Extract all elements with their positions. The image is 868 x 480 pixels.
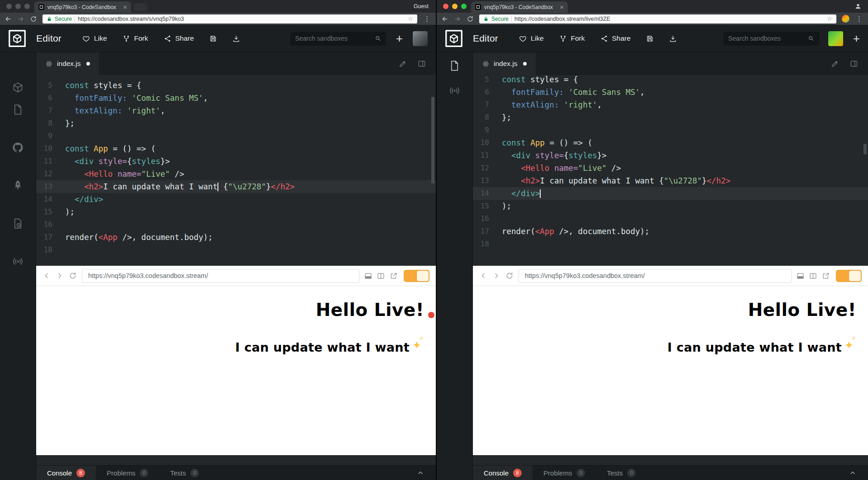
reload-button[interactable] [467,15,474,23]
close-window-icon[interactable] [443,4,448,9]
code-line-17[interactable]: 17render(<App />, document.body); [36,231,436,244]
code-line-18[interactable]: 18 [36,244,436,256]
window-controls[interactable] [440,4,471,9]
edit-pencil-icon[interactable] [399,60,407,68]
create-sandbox-button[interactable]: + [853,33,860,44]
preview-refresh-icon[interactable] [69,272,77,280]
search-input[interactable] [295,35,371,42]
fork-button[interactable]: Fork [123,34,148,42]
code-line-14[interactable]: 14 </div> [473,187,868,200]
share-button[interactable]: Share [164,34,194,42]
bookmark-star-icon[interactable]: ☆ [827,15,832,22]
preview-back-icon[interactable] [479,272,487,280]
preview-back-icon[interactable] [42,272,51,280]
code-line-9[interactable]: 9 [473,124,868,136]
edit-pencil-icon[interactable] [831,60,839,68]
code-line-8[interactable]: 8}; [473,111,868,124]
search-input[interactable] [728,35,804,42]
user-avatar[interactable] [828,31,843,46]
code-line-11[interactable]: 11 <div style={styles}> [473,149,868,162]
chrome-profile-avatar[interactable] [842,15,849,23]
preview-url-input[interactable] [519,269,792,283]
preview-url-input[interactable] [82,269,359,283]
problems-tab[interactable]: Problems 0 [533,466,596,480]
code-line-12[interactable]: 12 <Hello name="Live" /> [36,168,436,180]
save-button[interactable] [209,35,217,42]
code-line-6[interactable]: 6 fontFamily: 'Comic Sans MS', [473,86,868,99]
download-button[interactable] [669,35,677,42]
live-preview-toggle[interactable] [404,270,429,282]
file-explorer-icon[interactable] [12,104,24,116]
split-view-icon[interactable] [377,272,385,280]
preview-forward-icon[interactable] [56,272,64,280]
minimize-window-icon[interactable] [452,4,458,9]
code-line-8[interactable]: 8}; [36,117,436,130]
window-controls[interactable] [4,4,34,9]
back-button[interactable] [5,15,12,23]
code-line-15[interactable]: 15); [36,206,436,218]
code-area[interactable]: 5const styles = {6 fontFamily: 'Comic Sa… [473,75,868,266]
code-line-11[interactable]: 11 <div style={styles}> [36,155,436,168]
editor-scrollbar[interactable] [863,144,867,155]
close-window-icon[interactable] [6,4,12,9]
code-line-12[interactable]: 12 <Hello name="Live" /> [473,162,868,174]
browser-tab[interactable]: vnq5p79ko3 - CodeSandbox × [471,1,568,13]
code-line-15[interactable]: 15); [473,200,868,212]
browser-tab[interactable]: vnq5p79ko3 - CodeSandbox × [34,1,131,13]
code-line-6[interactable]: 6 fontFamily: 'Comic Sans MS', [36,92,436,104]
code-line-16[interactable]: 16 [473,212,868,225]
code-line-13[interactable]: 13 <h2>I can update what I want {"\u2728… [36,180,436,193]
forward-button[interactable] [454,15,461,23]
code-area[interactable]: 5const styles = {6 fontFamily: 'Comic Sa… [36,75,436,266]
code-line-10[interactable]: 10const App = () => ( [473,136,868,149]
search-sandboxes[interactable] [723,32,819,46]
tab-index-js[interactable]: index.js [473,52,536,75]
editor-scrollbar[interactable] [431,97,434,184]
code-line-9[interactable]: 9 [36,130,436,142]
save-button[interactable] [646,35,654,42]
deployment-rocket-icon[interactable] [12,179,24,192]
config-file-icon[interactable] [12,217,24,230]
live-broadcast-icon[interactable] [448,85,461,97]
fork-button[interactable]: Fork [559,34,585,42]
chrome-menu-icon[interactable]: ⋮ [855,15,863,23]
split-view-icon[interactable] [809,272,817,280]
download-button[interactable] [232,35,240,42]
minimize-window-icon[interactable] [15,4,21,9]
code-editor[interactable]: 5const styles = {6 fontFamily: 'Comic Sa… [473,75,868,250]
tab-index-js[interactable]: index.js [36,52,99,75]
address-bar[interactable]: Secure https://codesandbox.stream/s/vnq5… [42,14,417,24]
open-external-icon[interactable] [390,272,397,280]
tab-close-icon[interactable]: × [123,4,127,10]
codesandbox-logo[interactable] [445,29,463,47]
search-sandboxes[interactable] [290,32,386,46]
code-line-5[interactable]: 5const styles = { [36,79,436,92]
layout-view-icon[interactable] [850,60,858,68]
share-button[interactable]: Share [600,34,631,42]
code-editor[interactable]: 5const styles = {6 fontFamily: 'Comic Sa… [36,79,436,256]
reload-button[interactable] [30,15,37,23]
dock-bottom-icon[interactable] [797,272,804,280]
code-line-17[interactable]: 17render(<App />, document.body); [473,225,868,238]
create-sandbox-button[interactable]: + [396,33,403,44]
code-line-5[interactable]: 5const styles = { [473,75,868,86]
expand-panel-chevron-icon[interactable] [417,469,424,476]
code-line-16[interactable]: 16 [36,218,436,231]
chrome-menu-icon[interactable]: ⋮ [423,15,431,23]
layout-view-icon[interactable] [418,60,426,68]
dock-bottom-icon[interactable] [364,272,372,280]
back-button[interactable] [441,15,448,23]
like-button[interactable]: Like [519,34,543,42]
bookmark-star-icon[interactable]: ☆ [408,15,413,22]
open-external-icon[interactable] [822,272,830,280]
console-tab[interactable]: Console 8 [473,466,533,480]
expand-panel-chevron-icon[interactable] [849,469,856,476]
preview-forward-icon[interactable] [492,272,500,280]
code-line-13[interactable]: 13 <h2>I can update what I want {"\u2728… [473,174,868,187]
file-explorer-icon[interactable] [448,60,461,72]
like-button[interactable]: Like [82,34,107,42]
live-preview-toggle[interactable] [836,270,862,282]
profile-person-icon[interactable] [854,3,862,10]
console-tab[interactable]: Console 8 [36,466,96,480]
live-broadcast-icon[interactable] [12,255,24,268]
